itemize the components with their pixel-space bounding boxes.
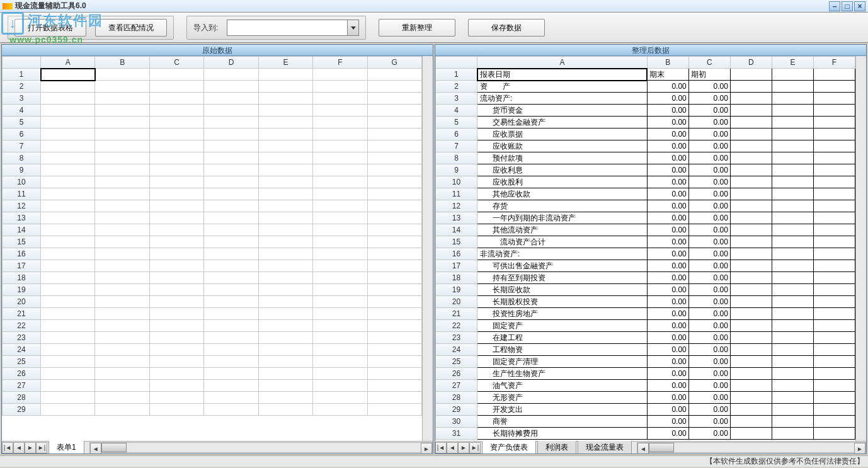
cell[interactable] [313, 272, 367, 284]
cell[interactable] [149, 200, 203, 212]
cell[interactable] [258, 117, 312, 128]
cell[interactable]: 生产性生物资产 [477, 368, 648, 380]
cell[interactable] [730, 296, 772, 308]
cell[interactable] [813, 368, 855, 380]
left-vscrollbar[interactable] [422, 56, 433, 441]
col-header[interactable]: E [258, 57, 312, 69]
cell[interactable] [367, 128, 421, 140]
cell[interactable] [149, 356, 203, 368]
cell[interactable] [204, 128, 258, 140]
row-header[interactable]: 5 [3, 117, 41, 128]
cell[interactable] [204, 200, 258, 212]
cell[interactable] [813, 272, 855, 284]
cell[interactable] [95, 368, 149, 380]
cell[interactable]: 预付款项 [477, 152, 648, 164]
cell[interactable] [367, 272, 421, 284]
cell[interactable] [258, 81, 312, 93]
cell[interactable]: 期末 [647, 69, 688, 81]
cell[interactable] [813, 117, 855, 128]
cell[interactable] [95, 380, 149, 392]
row-header[interactable]: 13 [436, 212, 477, 224]
cell[interactable] [149, 320, 203, 332]
cell[interactable]: 0.00 [647, 188, 688, 200]
cell[interactable] [367, 105, 421, 117]
row-header[interactable]: 24 [436, 344, 477, 356]
open-data-button[interactable]: 打开数据表格 [14, 19, 86, 37]
row-header[interactable]: 30 [436, 416, 477, 428]
row-header[interactable]: 2 [3, 81, 41, 93]
row-header[interactable]: 15 [436, 236, 477, 248]
cell[interactable] [258, 296, 312, 308]
cell[interactable] [772, 152, 813, 164]
cell[interactable] [772, 392, 813, 404]
cell[interactable] [313, 188, 367, 200]
cell[interactable] [367, 81, 421, 93]
cell[interactable] [367, 224, 421, 236]
cell[interactable] [730, 260, 772, 272]
cell[interactable] [772, 320, 813, 332]
cell[interactable]: 0.00 [688, 296, 730, 308]
cell[interactable] [730, 117, 772, 128]
left-grid[interactable]: ABCDEFG123456789101112131415161718192021… [2, 56, 422, 441]
cell[interactable]: 0.00 [647, 308, 688, 320]
minimize-button[interactable]: – [829, 1, 840, 11]
cell[interactable] [813, 296, 855, 308]
row-header[interactable]: 19 [3, 284, 41, 296]
cell[interactable]: 货币资金 [477, 105, 648, 117]
row-header[interactable]: 4 [3, 105, 41, 117]
nav-next-icon[interactable]: ► [25, 442, 36, 454]
cell[interactable] [95, 224, 149, 236]
cell[interactable] [204, 176, 258, 188]
cell[interactable] [313, 356, 367, 368]
cell[interactable] [730, 344, 772, 356]
cell[interactable] [204, 69, 258, 81]
cell[interactable] [730, 368, 772, 380]
cell[interactable] [204, 356, 258, 368]
row-header[interactable]: 22 [3, 320, 41, 332]
cell[interactable] [367, 152, 421, 164]
row-header[interactable]: 12 [436, 200, 477, 212]
cell[interactable] [772, 212, 813, 224]
row-header[interactable]: 21 [3, 308, 41, 320]
cell[interactable]: 0.00 [647, 404, 688, 416]
cell[interactable]: 开发支出 [477, 404, 648, 416]
row-header[interactable]: 27 [436, 380, 477, 392]
nav-last-icon[interactable]: ►| [469, 442, 481, 454]
cell[interactable] [41, 81, 95, 93]
cell[interactable]: 0.00 [647, 236, 688, 248]
cell[interactable]: 无形资产 [477, 392, 648, 404]
cell[interactable] [258, 69, 312, 81]
cell[interactable] [367, 284, 421, 296]
right-vscrollbar[interactable] [855, 56, 866, 441]
nav-prev-icon[interactable]: ◄ [13, 442, 25, 454]
cell[interactable]: 0.00 [647, 320, 688, 332]
cell[interactable] [95, 188, 149, 200]
cell[interactable] [730, 356, 772, 368]
cell[interactable]: 0.00 [647, 128, 688, 140]
cell[interactable]: 固定资产清理 [477, 356, 648, 368]
cell[interactable] [813, 392, 855, 404]
cell[interactable] [149, 140, 203, 152]
cell[interactable]: 0.00 [688, 368, 730, 380]
row-header[interactable]: 18 [3, 272, 41, 284]
cell[interactable]: 0.00 [647, 428, 688, 440]
cell[interactable]: 0.00 [647, 284, 688, 296]
cell[interactable]: 0.00 [647, 93, 688, 105]
cell[interactable] [772, 272, 813, 284]
cell[interactable] [367, 188, 421, 200]
cell[interactable]: 0.00 [688, 93, 730, 105]
cell[interactable] [204, 320, 258, 332]
row-header[interactable]: 14 [3, 224, 41, 236]
cell[interactable]: 0.00 [647, 117, 688, 128]
cell[interactable]: 0.00 [688, 164, 730, 176]
row-header[interactable]: 25 [3, 356, 41, 368]
cell[interactable] [367, 260, 421, 272]
row-header[interactable]: 16 [436, 248, 477, 260]
cell[interactable] [258, 380, 312, 392]
right-tab-cashflow[interactable]: 现金流量表 [578, 441, 632, 454]
cell[interactable] [367, 308, 421, 320]
cell[interactable] [41, 272, 95, 284]
cell[interactable]: 0.00 [688, 308, 730, 320]
col-header[interactable]: C [688, 57, 730, 69]
cell[interactable]: 0.00 [688, 380, 730, 392]
